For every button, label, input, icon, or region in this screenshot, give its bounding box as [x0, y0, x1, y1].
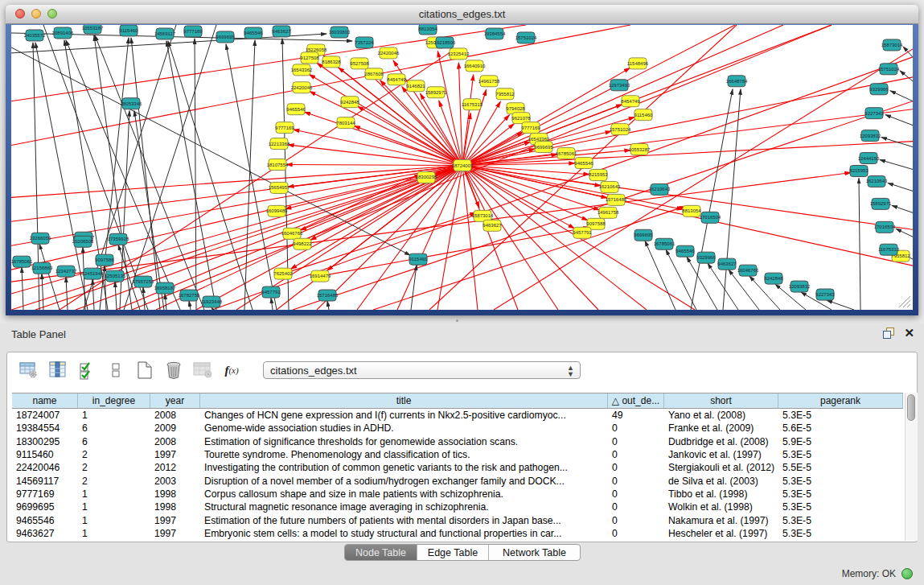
- table-row[interactable]: 2242004622012Investigating the contribut…: [12, 461, 903, 474]
- graph-node[interactable]: 9465546: [286, 104, 306, 115]
- table-selector-dropdown[interactable]: citations_edges.txt ▲▼: [263, 361, 581, 379]
- tab-edge-table[interactable]: Edge Table: [417, 545, 488, 560]
- graph-node[interactable]: 9699695: [216, 31, 235, 43]
- table-row[interactable]: 969969511998Structural magnetic resonanc…: [12, 501, 903, 513]
- graph-node[interactable]: 9115460: [634, 109, 654, 121]
- graph-node[interactable]: 28053346: [121, 98, 142, 109]
- graph-node[interactable]: 7625402: [273, 268, 293, 279]
- new-column-icon[interactable]: [133, 359, 157, 381]
- graph-node[interactable]: 15751024: [515, 32, 537, 43]
- float-panel-icon[interactable]: [883, 328, 894, 339]
- graph-node[interactable]: 9115460: [409, 253, 429, 265]
- graph-node[interactable]: 9457791: [573, 227, 592, 238]
- graph-node[interactable]: 16099489: [266, 205, 288, 216]
- graph-node[interactable]: 7803144: [336, 117, 355, 129]
- tab-node-table[interactable]: Node Table: [345, 545, 417, 560]
- graph-node[interactable]: 16046766: [281, 228, 303, 239]
- graph-node[interactable]: 9146821: [406, 80, 425, 92]
- graph-node[interactable]: 9227343: [815, 289, 835, 300]
- graph-node[interactable]: 16640910: [464, 60, 486, 72]
- graph-node[interactable]: 9242848: [340, 97, 359, 108]
- graph-node[interactable]: 9097588: [95, 254, 114, 266]
- graph-node[interactable]: 8215953: [849, 166, 869, 177]
- graph-node[interactable]: 8454749: [387, 74, 406, 85]
- graph-node[interactable]: 22420046: [291, 82, 313, 93]
- graph-node[interactable]: 9777169: [521, 122, 540, 134]
- graph-node[interactable]: 2867608: [364, 68, 384, 80]
- graph-node[interactable]: 9329966: [696, 252, 716, 263]
- graph-node[interactable]: 9527508: [350, 58, 369, 69]
- graph-node[interactable]: 15751024: [610, 124, 631, 135]
- table-row[interactable]: 1456911722003Disruption of a novel membe…: [12, 474, 903, 487]
- graph-node[interactable]: 9777169: [183, 26, 203, 37]
- table-mode-icon[interactable]: [17, 359, 41, 381]
- graph-node[interactable]: 22420046: [378, 47, 400, 59]
- delete-column-icon[interactable]: [162, 359, 186, 381]
- graph-node[interactable]: 16914479: [310, 270, 331, 282]
- graph-node[interactable]: 17016504: [700, 212, 721, 223]
- graph-node[interactable]: 11675313: [878, 244, 900, 255]
- graph-node[interactable]: 15873014: [881, 39, 903, 51]
- window-titlebar[interactable]: citations_edges.txt: [6, 5, 918, 24]
- graph-node[interactable]: 11675313: [462, 99, 483, 110]
- graph-node[interactable]: 9227343: [864, 108, 884, 119]
- graph-node[interactable]: 9329966: [869, 84, 889, 95]
- graph-node[interactable]: 18107554: [267, 159, 289, 171]
- graph-node[interactable]: 9463627: [272, 26, 291, 37]
- graph-node[interactable]: 14961758: [478, 76, 500, 87]
- select-mode-icon[interactable]: [75, 359, 99, 381]
- table-row[interactable]: 946362711997Embryonic stem cells: a mode…: [12, 527, 903, 540]
- close-panel-icon[interactable]: ✕: [904, 328, 914, 339]
- graph-node[interactable]: 16210643: [866, 175, 888, 187]
- graph-node[interactable]: 9465546: [574, 158, 593, 169]
- graph-node[interactable]: 16046766: [737, 265, 759, 276]
- graph-node[interactable]: 12451944: [82, 268, 104, 279]
- graph-node[interactable]: 9242848: [764, 273, 783, 284]
- row-height-icon[interactable]: [104, 359, 128, 381]
- scrollbar-thumb[interactable]: [907, 394, 915, 421]
- graph-node[interactable]: 18724007: [452, 160, 474, 171]
- graph-node[interactable]: 11548496: [627, 58, 649, 69]
- graph-node[interactable]: 9498222: [293, 238, 312, 249]
- graph-node[interactable]: 12444150: [858, 153, 880, 164]
- graph-node[interactable]: 8215953: [589, 169, 608, 180]
- graph-node[interactable]: 20206505: [72, 236, 94, 247]
- column-header-year[interactable]: year: [150, 393, 200, 408]
- graph-node[interactable]: 9115460: [120, 25, 139, 36]
- column-header-in_degree[interactable]: in_degree: [78, 393, 150, 408]
- column-header-pagerank[interactable]: pagerank: [778, 393, 903, 408]
- graph-node[interactable]: 8454749: [621, 96, 640, 107]
- column-header-short[interactable]: short: [664, 393, 778, 408]
- resize-grip-icon[interactable]: [899, 296, 910, 307]
- graph-node[interactable]: 16785061: [556, 148, 577, 159]
- graph-node[interactable]: 12973493: [609, 80, 630, 91]
- graph-node[interactable]: 15716485: [606, 194, 627, 205]
- column-header-out_de[interactable]: △ out_de...: [608, 393, 664, 408]
- graph-node[interactable]: 12505135: [105, 270, 126, 282]
- graph-node[interactable]: 9465546: [244, 27, 263, 39]
- tab-network-table[interactable]: Network Table: [488, 545, 580, 560]
- graph-node[interactable]: 17016504: [874, 221, 896, 233]
- show-columns-icon[interactable]: [46, 359, 70, 381]
- graph-node[interactable]: 7357224: [355, 37, 374, 48]
- table-row[interactable]: 1830029562008Estimation of significance …: [12, 435, 903, 448]
- graph-node[interactable]: 10553287: [629, 144, 651, 155]
- graph-node[interactable]: 14569117: [154, 28, 176, 39]
- graph-node[interactable]: 12213368: [269, 138, 290, 150]
- table-row[interactable]: 946554611997Estimation of the future num…: [12, 513, 903, 526]
- graph-node[interactable]: 15716485: [317, 290, 339, 301]
- graph-node[interactable]: 9127508: [300, 52, 319, 64]
- graph-node[interactable]: 17359928: [108, 233, 129, 245]
- graph-node[interactable]: 9699695: [534, 142, 553, 153]
- graph-node[interactable]: 9463627: [483, 220, 502, 231]
- graph-node[interactable]: 9777169: [275, 122, 294, 134]
- graph-node[interactable]: 16785061: [11, 256, 33, 267]
- graph-node[interactable]: 19384554: [484, 28, 506, 39]
- graph-node[interactable]: 15892971: [425, 87, 447, 98]
- table-row[interactable]: 1938455462009Genome-wide association stu…: [12, 422, 903, 435]
- graph-node[interactable]: 9457791: [261, 286, 281, 298]
- graph-node[interactable]: 10553287: [82, 25, 104, 34]
- column-header-name[interactable]: name: [12, 393, 78, 408]
- graph-node[interactable]: 16785061: [654, 238, 676, 249]
- table-row[interactable]: 911546021997Tourette syndrome. Phenomeno…: [12, 448, 903, 461]
